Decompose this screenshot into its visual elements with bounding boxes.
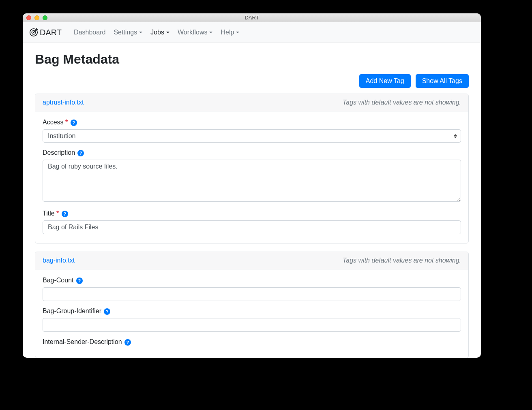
title-input[interactable] xyxy=(43,220,461,234)
chevron-down-icon xyxy=(236,32,239,33)
access-label: Access * ? xyxy=(43,119,461,126)
card-body: Access * ? Institution xyxy=(35,111,468,243)
main-content: Bag Metadata Add New Tag Show All Tags a… xyxy=(23,43,481,358)
tag-file-link[interactable]: bag-info.txt xyxy=(43,257,75,264)
nav-jobs[interactable]: Jobs xyxy=(147,26,173,39)
card-note: Tags with default values are not showing… xyxy=(343,99,461,106)
main-scroll-area[interactable]: DART Dashboard Settings Jobs Wo xyxy=(23,22,481,358)
close-window-button[interactable] xyxy=(26,15,31,20)
chevron-down-icon xyxy=(166,32,169,33)
chevron-down-icon xyxy=(139,32,142,33)
brand-text: DART xyxy=(40,28,62,37)
window-title: DART xyxy=(23,15,481,21)
navbar: DART Dashboard Settings Jobs Wo xyxy=(23,22,481,43)
nav-dashboard[interactable]: Dashboard xyxy=(71,26,109,39)
help-icon[interactable]: ? xyxy=(104,308,110,315)
tag-file-card-baginfo: bag-info.txt Tags with default values ar… xyxy=(35,252,469,358)
bag-group-identifier-input[interactable] xyxy=(43,318,461,332)
show-all-tags-button[interactable]: Show All Tags xyxy=(416,74,469,88)
title-label: Title * ? xyxy=(43,210,461,217)
help-icon[interactable]: ? xyxy=(77,150,84,156)
field-access: Access * ? Institution xyxy=(43,119,461,143)
minimize-window-button[interactable] xyxy=(34,15,39,20)
nav-help[interactable]: Help xyxy=(217,26,242,39)
required-asterisk: * xyxy=(65,119,68,126)
help-icon[interactable]: ? xyxy=(124,339,131,346)
add-new-tag-button[interactable]: Add New Tag xyxy=(359,74,411,88)
bag-count-label: Bag-Count ? xyxy=(43,277,461,284)
description-label: Description ? xyxy=(43,149,461,156)
traffic-lights xyxy=(23,15,47,20)
field-description: Description ? xyxy=(43,149,461,203)
description-textarea[interactable] xyxy=(43,160,461,202)
tag-file-card-aptrust: aptrust-info.txt Tags with default value… xyxy=(35,94,469,243)
bag-group-identifier-label: Bag-Group-Identifier ? xyxy=(43,308,461,315)
internal-sender-description-label: Internal-Sender-Description ? xyxy=(43,338,461,346)
help-icon[interactable]: ? xyxy=(76,278,83,284)
card-body: Bag-Count ? Bag-Group-Identifier ? xyxy=(35,269,468,358)
bag-count-input[interactable] xyxy=(43,287,461,301)
maximize-window-button[interactable] xyxy=(43,15,47,20)
field-bag-count: Bag-Count ? xyxy=(43,277,461,301)
nav-items: Dashboard Settings Jobs Workflows xyxy=(71,26,242,39)
window-titlebar: DART xyxy=(23,13,481,22)
nav-workflows[interactable]: Workflows xyxy=(174,26,216,39)
card-header: aptrust-info.txt Tags with default value… xyxy=(35,94,468,111)
dart-logo-icon xyxy=(29,28,38,37)
tag-file-link[interactable]: aptrust-info.txt xyxy=(43,99,84,106)
card-header: bag-info.txt Tags with default values ar… xyxy=(35,252,468,269)
card-note: Tags with default values are not showing… xyxy=(343,257,461,264)
help-icon[interactable]: ? xyxy=(62,211,68,217)
brand[interactable]: DART xyxy=(29,28,62,37)
page-title: Bag Metadata xyxy=(35,52,469,67)
action-buttons: Add New Tag Show All Tags xyxy=(35,74,469,88)
field-bag-group-identifier: Bag-Group-Identifier ? xyxy=(43,308,461,332)
field-title: Title * ? xyxy=(43,210,461,234)
app-window: DART DART xyxy=(23,13,481,358)
help-icon[interactable]: ? xyxy=(71,120,77,126)
required-asterisk: * xyxy=(56,210,59,217)
access-select[interactable]: Institution xyxy=(43,129,461,143)
field-internal-sender-description: Internal-Sender-Description ? xyxy=(43,338,461,346)
nav-settings[interactable]: Settings xyxy=(110,26,146,39)
chevron-down-icon xyxy=(209,32,212,33)
